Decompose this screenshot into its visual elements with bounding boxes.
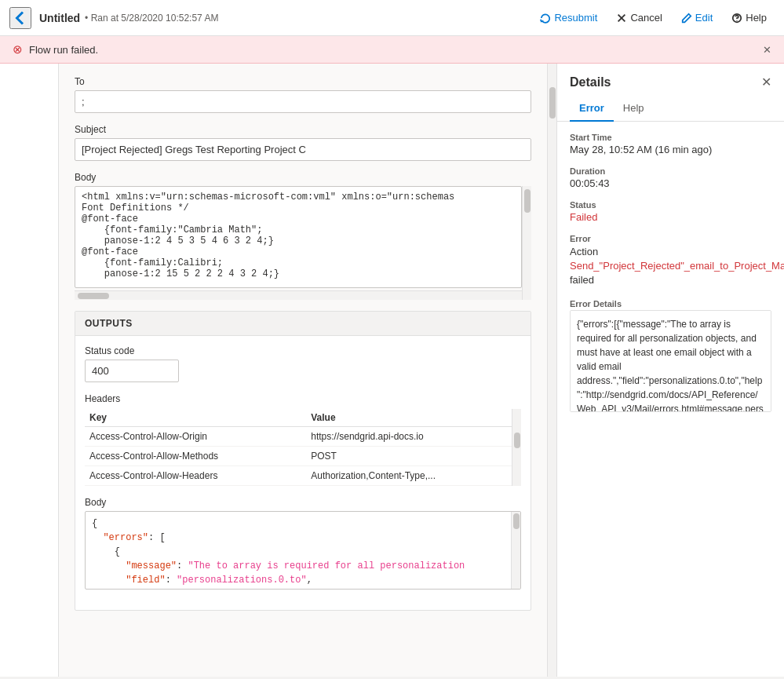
start-time-value: May 28, 10:52 AM (16 min ago) <box>570 144 771 155</box>
error-row: Error Action Send_"Project_Rejected"_ema… <box>570 234 771 288</box>
to-field-group: To <box>75 76 531 113</box>
status-code-group: Status code 400 <box>85 345 521 382</box>
cancel-button[interactable]: Cancel <box>608 8 669 27</box>
header-value-1: https://sendgrid.api-docs.io <box>306 427 521 447</box>
details-title: Details <box>570 75 611 89</box>
error-label: Error <box>570 234 771 243</box>
to-label: To <box>75 76 531 87</box>
headers-col-value: Value <box>306 409 521 427</box>
error-details-row: Error Details <box>570 299 771 414</box>
body-h-scroll-thumb[interactable] <box>78 293 109 299</box>
header-key-1: Access-Control-Allow-Origin <box>85 427 306 447</box>
header-row-3: Access-Control-Allow-Headers Authorizati… <box>85 466 521 486</box>
to-input[interactable] <box>75 90 531 113</box>
subject-input[interactable] <box>75 138 531 161</box>
json-line-1: { <box>92 517 505 531</box>
duration-row: Duration 00:05:43 <box>570 166 771 189</box>
details-panel: Details ✕ Error Help Start time May 28, … <box>556 64 784 677</box>
headers-scrollbar[interactable] <box>512 409 521 486</box>
outputs-header: OUTPUTS <box>75 312 531 336</box>
start-time-row: Start time May 28, 10:52 AM (16 min ago) <box>570 133 771 155</box>
json-scrollbar[interactable] <box>511 512 520 589</box>
header-value-3: Authorization,Content-Type,... <box>306 466 521 486</box>
toolbar-actions: Resubmit Cancel Edit Help <box>532 8 775 27</box>
run-meta: • Ran at 5/28/2020 10:52:57 AM <box>85 13 218 24</box>
error-details-label: Error Details <box>570 299 771 308</box>
body-h-scroll[interactable] <box>75 290 531 300</box>
details-close-button[interactable]: ✕ <box>761 75 771 89</box>
header-key-2: Access-Control-Allow-Methods <box>85 447 306 466</box>
details-header: Details ✕ <box>557 64 784 96</box>
error-failed-text: failed <box>570 274 594 286</box>
title-section: Untitled • Ran at 5/28/2020 10:52:57 AM <box>39 12 524 24</box>
error-action-label: Action <box>570 246 598 257</box>
page-title: Untitled <box>39 12 80 24</box>
status-code-label: Status code <box>85 345 521 356</box>
body-json-group: Body { "errors": [ { "message": "The to … <box>85 497 521 590</box>
headers-col-key: Key <box>85 409 306 427</box>
outputs-section: OUTPUTS Status code 400 Headers Key <box>75 311 531 611</box>
body-label: Body <box>75 172 531 183</box>
json-line-5: "field": "personalizations.0.to", <box>92 573 505 587</box>
subject-field-group: Subject <box>75 124 531 161</box>
error-action-text: Action Send_"Project_Rejected"_email_to_… <box>570 245 771 288</box>
outputs-content: Status code 400 Headers Key Value <box>75 336 531 610</box>
body-json-container: { "errors": [ { "message": "The to array… <box>85 511 521 590</box>
error-action-value: Send_"Project_Rejected"_email_to_Project… <box>570 260 784 272</box>
resubmit-button[interactable]: Resubmit <box>532 8 605 27</box>
error-details-textarea[interactable] <box>570 310 771 412</box>
status-label: Status <box>570 200 771 210</box>
banner-close-button[interactable]: ✕ <box>763 44 771 56</box>
json-scroll-thumb[interactable] <box>513 513 520 529</box>
json-line-4: "message": "The to array is required for… <box>92 559 505 573</box>
header-row-1: Access-Control-Allow-Origin https://send… <box>85 427 521 447</box>
error-circle-icon: ⊗ <box>13 42 23 57</box>
start-time-label: Start time <box>570 133 771 142</box>
status-code-value: 400 <box>85 360 179 382</box>
body-scroll-thumb[interactable] <box>524 189 531 213</box>
main-scrollbar[interactable] <box>547 64 556 677</box>
header-key-3: Access-Control-Allow-Headers <box>85 466 306 486</box>
headers-group: Headers Key Value Access-C <box>85 393 521 486</box>
main-layout: To Subject Body OUTPUTS <box>0 64 784 677</box>
status-row: Status Failed <box>570 200 771 223</box>
details-tabs: Error Help <box>557 96 784 122</box>
body-field-group: Body <box>75 172 531 300</box>
tab-error[interactable]: Error <box>570 96 614 122</box>
content-area[interactable]: To Subject Body OUTPUTS <box>59 64 547 677</box>
back-button[interactable] <box>9 7 31 29</box>
edit-button[interactable]: Edit <box>673 8 720 27</box>
json-line-2: "errors": [ <box>92 531 505 545</box>
headers-scroll-thumb[interactable] <box>514 433 520 448</box>
left-sidebar <box>0 64 59 677</box>
duration-label: Duration <box>570 166 771 176</box>
header-row-2: Access-Control-Allow-Methods POST <box>85 447 521 466</box>
body-scrollbar[interactable] <box>522 186 531 300</box>
headers-table: Key Value Access-Control-Allow-Origin ht… <box>85 409 521 486</box>
json-line-3: { <box>92 545 505 559</box>
status-value: Failed <box>570 211 771 223</box>
header-value-2: POST <box>306 447 521 466</box>
body-textarea[interactable] <box>75 186 522 288</box>
main-scroll-thumb[interactable] <box>549 87 556 119</box>
error-banner: ⊗ Flow run failed. ✕ <box>0 36 784 64</box>
duration-value: 00:05:43 <box>570 177 771 189</box>
body-json-label: Body <box>85 497 521 508</box>
subject-label: Subject <box>75 124 531 135</box>
details-content: Start time May 28, 10:52 AM (16 min ago)… <box>557 122 784 677</box>
tab-help[interactable]: Help <box>614 96 654 122</box>
top-bar: Untitled • Ran at 5/28/2020 10:52:57 AM … <box>0 0 784 36</box>
error-message: Flow run failed. <box>29 44 98 56</box>
headers-label: Headers <box>85 393 521 404</box>
help-button[interactable]: Help <box>724 8 775 27</box>
body-container <box>75 186 531 300</box>
